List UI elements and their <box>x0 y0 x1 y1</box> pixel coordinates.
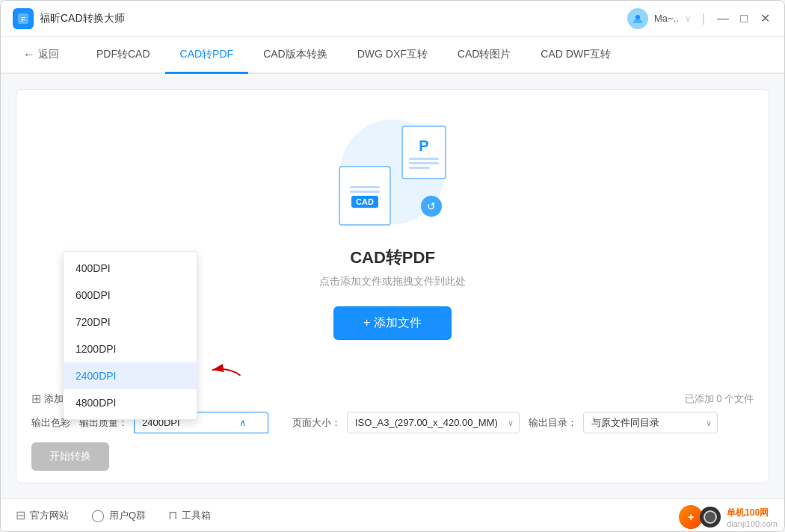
quality-dropdown-menu: 400DPI 600DPI 720DPI 1200DPI 2400DPI 480… <box>63 251 197 420</box>
website-icon: ⊟ <box>16 508 25 522</box>
output-dir-select-wrapper: 与原文件同目录 <box>583 412 718 433</box>
svg-text:F: F <box>21 16 25 23</box>
maximize-button[interactable]: □ <box>736 11 751 26</box>
title-bar-left: F 福昕CAD转换大师 <box>13 8 627 29</box>
dropdown-item-400dpi[interactable]: 400DPI <box>64 255 197 282</box>
app-icon: F <box>13 8 34 29</box>
add-file-button[interactable]: + 添加文件 <box>333 306 452 340</box>
output-dir-label: 输出目录： <box>529 416 577 430</box>
watermark: + 单机100网 dianji100.com <box>679 505 778 529</box>
minimize-button[interactable]: — <box>715 11 730 26</box>
start-convert-button[interactable]: 开始转换 <box>31 442 109 471</box>
watermark-lens <box>700 507 721 528</box>
page-size-setting: 页面大小： ISO_A3_(297.00_x_420.00_MM) <box>292 412 520 433</box>
back-arrow-icon: ← <box>23 48 35 61</box>
user-name: Ma~.. <box>654 13 679 24</box>
output-dir-setting: 输出目录： 与原文件同目录 <box>529 412 718 433</box>
dropdown-item-720dpi[interactable]: 720DPI <box>64 309 197 335</box>
user-chevron[interactable]: ∨ <box>685 13 692 24</box>
title-bar: F 福昕CAD转换大师 Ma~.. ∨ | — □ ✕ <box>1 1 784 37</box>
convert-icon-area: P CAD ↺ <box>333 112 452 232</box>
convert-arrow-icon: ↺ <box>421 196 442 217</box>
arrow-icon <box>201 355 246 385</box>
tab-pdf2cad[interactable]: PDF转CAD <box>81 37 165 74</box>
back-button[interactable]: ← 返回 <box>16 42 67 67</box>
status-qqgroup[interactable]: ◯ 用户Q群 <box>91 508 146 522</box>
settings-row: 输出色彩 输出质量： 2400DPI ∧ 页面大小： <box>31 412 754 471</box>
add-file-small-icon: ⊞ <box>31 392 41 406</box>
app-title: 福昕CAD转换大师 <box>40 12 125 25</box>
main-content: P CAD ↺ CAD转PD <box>1 74 784 498</box>
convert-title: CAD转PDF <box>350 247 435 269</box>
cad-badge: CAD <box>351 196 378 208</box>
app-window: F 福昕CAD转换大师 Ma~.. ∨ | — □ ✕ ← 返回 <box>0 0 785 532</box>
tab-cad2pdf[interactable]: CAD转PDF <box>165 37 249 74</box>
status-bar: ⊟ 官方网站 ◯ 用户Q群 ⊓ 工具箱 + 单机100网 dianji100.c… <box>1 498 784 531</box>
file-count: 已添加 0 个文件 <box>685 392 754 406</box>
dropdown-item-1200dpi[interactable]: 1200DPI <box>64 335 197 362</box>
nav-bar: ← 返回 PDF转CAD CAD转PDF CAD版本转换 DWG DXF互转 C… <box>1 37 784 74</box>
tab-cadver[interactable]: CAD版本转换 <box>248 37 342 74</box>
toolbox-icon: ⊓ <box>168 508 177 522</box>
page-size-select[interactable]: ISO_A3_(297.00_x_420.00_MM) <box>347 412 520 433</box>
qqgroup-label: 用户Q群 <box>109 509 146 522</box>
qqgroup-icon: ◯ <box>91 508 105 522</box>
user-avatar <box>627 8 648 29</box>
status-toolbox[interactable]: ⊓ 工具箱 <box>168 508 211 522</box>
cad-file-icon: CAD <box>339 166 391 226</box>
status-website[interactable]: ⊟ 官方网站 <box>16 508 69 522</box>
title-bar-right: Ma~.. ∨ | — □ ✕ <box>627 8 772 29</box>
page-size-select-wrapper: ISO_A3_(297.00_x_420.00_MM) <box>347 412 520 433</box>
tab-caddwf[interactable]: CAD DWF互转 <box>526 37 625 74</box>
tab-cad2img[interactable]: CAD转图片 <box>443 37 526 74</box>
website-label: 官方网站 <box>30 509 69 522</box>
watermark-text: 单机100网 dianji100.com <box>727 507 778 528</box>
close-button[interactable]: ✕ <box>757 11 772 26</box>
back-label: 返回 <box>38 48 59 61</box>
convert-subtitle: 点击添加文件或拖拽文件到此处 <box>319 275 466 288</box>
output-dir-select[interactable]: 与原文件同目录 <box>583 412 718 433</box>
pdf-file-icon: P <box>401 126 446 179</box>
arrow-indicator <box>201 355 246 388</box>
page-size-label: 页面大小： <box>292 416 341 430</box>
title-separator: | <box>702 12 705 25</box>
toolbox-label: 工具箱 <box>182 509 211 522</box>
quality-chevron-up: ∧ <box>239 417 247 428</box>
dropdown-item-600dpi[interactable]: 600DPI <box>64 282 197 309</box>
dropdown-item-4800dpi[interactable]: 4800DPI <box>64 389 197 416</box>
tab-dwgdxf[interactable]: DWG DXF互转 <box>342 37 443 74</box>
dropdown-item-2400dpi[interactable]: 2400DPI <box>64 362 197 389</box>
